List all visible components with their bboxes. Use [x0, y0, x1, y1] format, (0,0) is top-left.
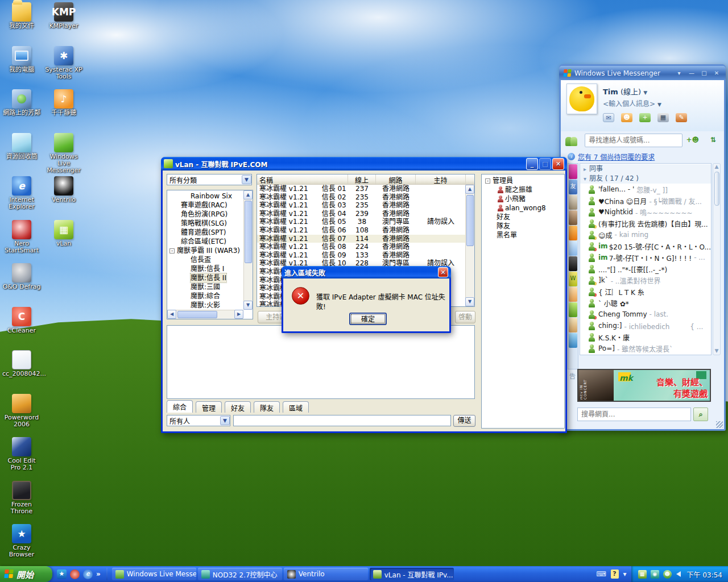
buddies-icon[interactable] — [565, 134, 579, 146]
tab-hand-icon[interactable] — [569, 287, 577, 302]
avatar[interactable] — [566, 84, 597, 114]
desktop-icon[interactable]: 網路上的芳鄰 — [2, 89, 41, 133]
tab-magenta-icon[interactable] — [569, 164, 577, 179]
room-row[interactable]: 寒冰霸權 v1.21 信長 05 38 澳門專區 請勿誤入 — [257, 218, 465, 226]
scrollbar-thumb[interactable] — [245, 201, 252, 263]
room-row[interactable]: 寒冰霸權 v1.21 信長 08 224 香港網路 — [257, 243, 465, 251]
quick-launch-chevron-icon[interactable]: » — [96, 570, 101, 578]
chat-tab[interactable]: 好友 — [225, 401, 251, 413]
ok-button[interactable]: 確定 — [349, 313, 387, 325]
category-combobox[interactable]: 所有分類 ▼ — [167, 174, 252, 185]
contact-row[interactable]: ` 小聰 ✿* — [580, 297, 711, 309]
tab-chat-icon[interactable] — [569, 241, 577, 256]
tree-item[interactable]: - 管理員 — [483, 176, 564, 185]
tree-item[interactable]: 角色扮演(RPG) — [167, 210, 243, 219]
tree-item[interactable]: 體育遊戲(SPT) — [167, 228, 243, 237]
scroll-right-icon[interactable]: ▶ — [234, 310, 243, 319]
room-row[interactable]: 寒冰霸權 v1.21 信長 04 239 香港網路 — [257, 210, 465, 218]
vlan-titlebar[interactable]: vLan - 互聯對戰 IPvE.COM _ □ ✕ — [161, 157, 567, 171]
close-button[interactable]: ✕ — [552, 158, 564, 170]
contact-row[interactable]: (有事打比我 去佐跳樓)【自由】現... — [580, 218, 711, 229]
tree-item[interactable]: 魔獸:火影 — [167, 301, 243, 310]
desktop-icon[interactable]: 我的電腦 — [2, 46, 41, 90]
tab-w-icon[interactable]: W — [569, 272, 577, 286]
nero-quicklaunch-icon[interactable] — [70, 569, 80, 579]
contact-row[interactable]: ]k` - ..溫柔對待世界 — [580, 275, 711, 286]
send-button[interactable]: 傳送 — [453, 415, 475, 427]
pending-requests-link[interactable]: 您有 7 個尚待回覆的要求 — [578, 152, 655, 161]
contact-row[interactable]: ♥China ☺日月 - §┕徵團戰 / 友... — [580, 195, 711, 206]
room-row[interactable]: 寒冰霸權 v1.21 信長 01 237 香港網路 — [257, 185, 465, 193]
contact-row[interactable]: K.S.K・康 — [580, 331, 711, 343]
contact-row[interactable]: ☺成 - kai ming — [580, 229, 711, 240]
desktop-icon[interactable]: e Internet Explorer — [2, 176, 41, 220]
contact-row[interactable]: Po=] - 雖然等候太漫長` — [580, 343, 711, 354]
start-button[interactable]: 開始 — [0, 566, 52, 582]
desktop-icon[interactable]: ✱ Systerac XP Tools — [44, 46, 83, 90]
message-input[interactable] — [233, 415, 451, 426]
help-icon[interactable]: ? — [611, 569, 619, 579]
tree-vscrollbar[interactable]: ▲ ▼ — [243, 190, 253, 310]
email-icon[interactable]: ✉ — [603, 113, 614, 122]
tree-item[interactable]: 信長盃 — [167, 255, 243, 264]
tree-item[interactable]: 賽車遊戲(RAC) — [167, 201, 243, 210]
sort-arrows-icon[interactable]: ⇅ — [710, 136, 715, 144]
desktop-icon[interactable]: Windows Live Messenger — [44, 133, 83, 177]
column-header-name[interactable]: 名稱 — [257, 174, 348, 184]
messenger-close-button[interactable]: ✕ — [712, 70, 721, 76]
tree-item[interactable]: - 魔獸爭霸 III (WAR3) — [167, 246, 243, 255]
desktop-icon[interactable]: Powerword 2006 — [2, 394, 41, 438]
scroll-left-icon[interactable]: ◀ — [167, 310, 176, 319]
desktop-icon[interactable]: Ventrilo — [44, 176, 83, 220]
contact-row[interactable]: ching:] - ichliebedich { ... — [580, 320, 711, 331]
task-button[interactable]: Windows Live Messen... — [112, 568, 196, 580]
scrollbar-thumb[interactable] — [714, 172, 719, 206]
theme-brush-icon[interactable]: ✎ — [676, 113, 687, 122]
room-row[interactable]: 寒冰霸權 v1.21 信長 09 133 香港網路 — [257, 251, 465, 260]
column-header-online[interactable]: 線上 — [348, 174, 376, 184]
tab-eye-icon[interactable] — [569, 302, 577, 317]
contact-list-scrollbar[interactable]: ▲ ▼ — [713, 163, 721, 355]
user-name[interactable]: Tim (線上) ▼ — [603, 86, 647, 97]
task-button[interactable]: Ventrilo — [284, 568, 368, 580]
room-row[interactable]: 寒冰霸權 v1.21 信長 03 235 香港網路 — [257, 201, 465, 210]
desktop-icon[interactable]: 我的文件 — [2, 2, 41, 46]
chat-tab[interactable]: 區域 — [283, 401, 309, 413]
desktop-icon[interactable]: KMP KMPlayer — [44, 2, 83, 46]
tree-item[interactable]: 好友 — [483, 213, 564, 222]
scrollbar-thumb[interactable] — [177, 311, 217, 318]
desktop-icon[interactable]: ▦ vLan — [44, 220, 83, 264]
scroll-down-icon[interactable]: ▼ — [714, 348, 719, 354]
messenger-tray-icon[interactable]: ☻ — [663, 570, 672, 579]
tree-item[interactable]: 綜合區域(ETC) — [167, 237, 243, 246]
tree-item[interactable]: 隊友 — [483, 222, 564, 231]
task-button[interactable]: NOD32 2.7控制中心 — [198, 568, 282, 580]
scrollbar-thumb[interactable] — [466, 195, 474, 246]
search-input[interactable] — [585, 134, 682, 147]
messenger-menu-button[interactable]: ▾ — [675, 70, 684, 76]
vlan-tray-icon[interactable]: ▦ — [638, 570, 647, 579]
message-dropdown-icon[interactable]: ▼ — [657, 102, 661, 107]
language-bar-chevron-icon[interactable]: ▾ — [623, 570, 627, 578]
chat-tab[interactable]: 綜合 — [167, 400, 193, 413]
desktop-icon[interactable]: 資源回收筒 — [2, 133, 41, 177]
contact-row[interactable]: ...."[] .."*-[[豪[[..-_-*) — [580, 263, 711, 275]
scroll-up-icon[interactable]: ▲ — [243, 190, 253, 199]
desktop-icon[interactable]: Nero StartSmart — [2, 220, 41, 264]
crazy-browser-quicklaunch-icon[interactable]: ★ — [57, 569, 67, 579]
resize-grip[interactable] — [716, 421, 723, 428]
target-combobox[interactable]: 所有人 ▼ — [167, 415, 230, 426]
tree-expander-icon[interactable]: - — [485, 178, 490, 184]
list-vscrollbar[interactable]: ▲ ▼ — [465, 185, 474, 306]
desktop-icon[interactable]: O&O Defrag — [2, 263, 41, 307]
desktop-icon[interactable]: cc_2008042... — [2, 350, 41, 394]
tree-item[interactable]: 龍之振雄 — [483, 185, 564, 194]
personal-message[interactable]: <輸入個人訊息> ▼ — [603, 98, 661, 108]
add-contact-icon[interactable]: + — [639, 113, 651, 122]
scroll-up-icon[interactable]: ▲ — [714, 164, 719, 169]
desktop-icon[interactable]: Cool Edit Pro 2.1 — [2, 437, 41, 481]
web-search-input[interactable] — [577, 408, 691, 421]
room-row[interactable]: 寒冰霸權 v1.21 信長 06 108 香港網路 — [257, 226, 465, 235]
volume-icon[interactable] — [673, 571, 681, 577]
messenger-titlebar[interactable]: Windows Live Messenger ▾ — □ ✕ — [559, 66, 726, 80]
